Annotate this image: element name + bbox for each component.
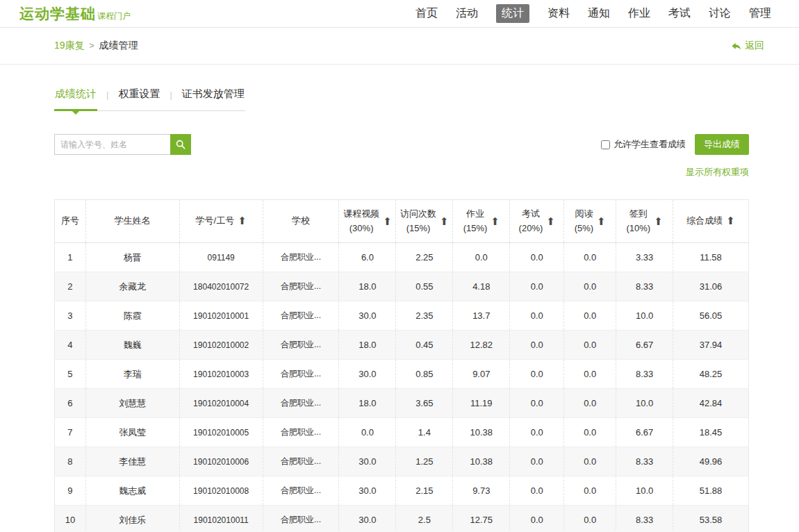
main-content: 成绩统计|权重设置|证书发放管理 允许学生查看成绩 导出成绩 显示所有权重项 序…: [0, 82, 799, 532]
cell-student-name: 张凤莹: [85, 418, 179, 447]
cell-index: 2: [55, 272, 86, 301]
cell-course-video: 30.0: [339, 506, 396, 532]
cell-school: 合肥职业...: [263, 272, 339, 301]
column-header-index: 序号: [55, 200, 86, 243]
cell-sign-in: 6.67: [616, 418, 673, 447]
cell-visit-count: 2.25: [396, 243, 453, 272]
toolbar-right: 允许学生查看成绩 导出成绩: [601, 134, 749, 155]
cell-homework: 11.19: [453, 389, 510, 418]
cell-overall-grade: 53.58: [673, 506, 749, 532]
cell-student-name: 刘慧慧: [85, 389, 179, 418]
nav-item-discussion[interactable]: 讨论: [709, 6, 731, 21]
sort-ascending-icon[interactable]: ⬆: [238, 215, 247, 227]
nav-item-materials[interactable]: 资料: [547, 6, 570, 21]
sort-ascending-icon[interactable]: ⬆: [383, 215, 392, 228]
nav-item-statistics[interactable]: 统计: [496, 4, 529, 23]
tab-certificate-management[interactable]: 证书发放管理: [181, 82, 245, 110]
table-row: 5李瑞190102010003合肥职业...30.00.859.070.00.0…: [55, 360, 749, 389]
cell-index: 3: [55, 301, 86, 331]
nav-item-home[interactable]: 首页: [415, 6, 438, 21]
cell-index: 6: [55, 389, 86, 418]
nav-item-management[interactable]: 管理: [749, 6, 771, 21]
sort-ascending-icon[interactable]: ⬆: [491, 215, 500, 228]
column-label: 访问次数(15%): [400, 207, 436, 235]
column-header-student-id[interactable]: 学号/工号⬆: [179, 200, 263, 243]
cell-sign-in: 3.33: [616, 243, 673, 272]
back-link[interactable]: 返回: [731, 40, 764, 52]
nav-item-notifications[interactable]: 通知: [588, 6, 610, 21]
cell-reading: 0.0: [564, 389, 616, 418]
table-header-row: 序号学生姓名学号/工号⬆学校课程视频(30%)⬆访问次数(15%)⬆作业(15%…: [55, 200, 749, 243]
cell-overall-grade: 56.05: [673, 301, 749, 331]
column-header-sign-in[interactable]: 签到(10%)⬆: [616, 200, 673, 243]
column-header-visit-count[interactable]: 访问次数(15%)⬆: [396, 200, 453, 243]
cell-homework: 10.38: [453, 447, 510, 476]
cell-school: 合肥职业...: [263, 331, 339, 360]
nav-item-activity[interactable]: 活动: [456, 6, 478, 21]
cell-reading: 0.0: [564, 476, 616, 506]
column-header-homework[interactable]: 作业(15%)⬆: [453, 200, 510, 243]
nav-item-exams[interactable]: 考试: [668, 6, 691, 21]
grades-table-head: 序号学生姓名学号/工号⬆学校课程视频(30%)⬆访问次数(15%)⬆作业(15%…: [55, 200, 749, 243]
cell-reading: 0.0: [564, 243, 616, 272]
cell-exam: 0.0: [510, 389, 564, 418]
column-label: 阅读(5%): [575, 207, 593, 235]
cell-index: 10: [55, 506, 86, 532]
cell-index: 7: [55, 418, 86, 447]
column-header-exam[interactable]: 考试(20%)⬆: [510, 200, 564, 243]
tab-weight-settings[interactable]: 权重设置: [117, 82, 160, 110]
cell-homework: 13.7: [453, 301, 510, 331]
cell-reading: 0.0: [564, 331, 616, 360]
breadcrumb-current-page: 成绩管理: [99, 40, 138, 52]
cell-student-name: 陈霞: [85, 301, 179, 331]
cell-course-video: 30.0: [339, 360, 396, 389]
tab-grade-statistics[interactable]: 成绩统计: [54, 82, 97, 110]
cell-homework: 9.73: [453, 476, 510, 506]
table-row: 1杨晋091149合肥职业...6.02.250.00.00.03.3311.5…: [55, 243, 749, 272]
column-header-overall-grade[interactable]: 综合成绩⬆: [673, 200, 749, 243]
sort-ascending-icon[interactable]: ⬆: [726, 215, 735, 227]
allow-view-grades-checkbox[interactable]: [601, 140, 610, 149]
breadcrumb-bar: 19康复 > 成绩管理 返回: [0, 28, 799, 65]
cell-student-id: 190102010005: [179, 418, 263, 447]
table-row: 10刘佳乐190102010011合肥职业...30.02.512.750.00…: [55, 506, 749, 532]
cell-school: 合肥职业...: [263, 476, 339, 506]
cell-sign-in: 8.33: [616, 360, 673, 389]
sort-ascending-icon[interactable]: ⬆: [654, 215, 663, 228]
cell-student-id: 091149: [179, 243, 263, 272]
column-header-course-video[interactable]: 课程视频(30%)⬆: [339, 200, 396, 243]
cell-course-video: 30.0: [339, 447, 396, 476]
allow-view-grades-option[interactable]: 允许学生查看成绩: [601, 138, 686, 151]
back-label: 返回: [745, 40, 764, 52]
cell-reading: 0.0: [564, 447, 616, 476]
cell-school: 合肥职业...: [263, 389, 339, 418]
search-button[interactable]: [170, 134, 191, 155]
cell-student-id: 190102010011: [179, 506, 263, 532]
cell-reading: 0.0: [564, 360, 616, 389]
sort-ascending-icon[interactable]: ⬆: [440, 215, 449, 228]
table-row: 9魏志威190102010008合肥职业...30.02.159.730.00.…: [55, 476, 749, 506]
cell-school: 合肥职业...: [263, 506, 339, 532]
tab-separator: |: [106, 90, 108, 110]
cell-exam: 0.0: [510, 272, 564, 301]
nav-item-homework[interactable]: 作业: [628, 6, 650, 21]
cell-sign-in: 8.33: [616, 272, 673, 301]
export-grades-button[interactable]: 导出成绩: [695, 134, 749, 155]
breadcrumb-course-link[interactable]: 19康复: [54, 40, 85, 52]
sort-ascending-icon[interactable]: ⬆: [546, 215, 555, 228]
course-logo[interactable]: 运动学基础 课程门户: [19, 4, 131, 24]
column-label: 作业(15%): [463, 207, 488, 235]
cell-visit-count: 2.15: [396, 476, 453, 506]
column-label: 学生姓名: [115, 214, 151, 228]
grades-table: 序号学生姓名学号/工号⬆学校课程视频(30%)⬆访问次数(15%)⬆作业(15%…: [54, 199, 749, 532]
search-input[interactable]: [54, 134, 170, 155]
cell-index: 4: [55, 331, 86, 360]
column-label: 签到(10%): [626, 207, 650, 235]
show-all-weights-link[interactable]: 显示所有权重项: [686, 167, 749, 177]
cell-school: 合肥职业...: [263, 301, 339, 331]
column-header-student-name: 学生姓名: [85, 200, 179, 243]
column-header-reading[interactable]: 阅读(5%)⬆: [564, 200, 616, 243]
sort-ascending-icon[interactable]: ⬆: [597, 215, 606, 228]
cell-sign-in: 10.0: [616, 476, 673, 506]
cell-student-name: 刘佳乐: [85, 506, 179, 532]
